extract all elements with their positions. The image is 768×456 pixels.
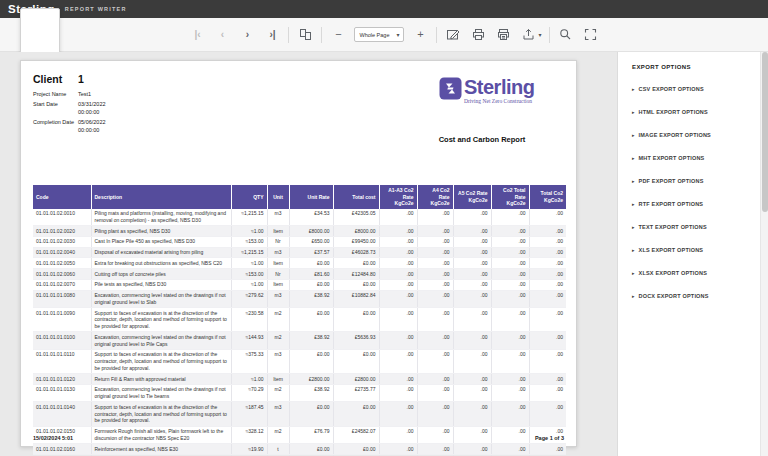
table-cell: 01.01.01.01.0120 [33, 374, 91, 385]
export-option-pdf[interactable]: ▸PDF EXPORT OPTIONS [632, 178, 754, 184]
table-cell: £8000.00 [289, 226, 333, 237]
report-page-number: Page 1 of 3 [535, 435, 564, 441]
table-row: 01.01.01.02.0060Cutting off tops of conc… [33, 269, 566, 280]
export-option-csv[interactable]: ▸CSV EXPORT OPTIONS [632, 86, 754, 92]
fullscreen-button[interactable] [582, 26, 600, 44]
sidebar-scrollbar-thumb[interactable] [762, 52, 768, 212]
table-cell: .00 [379, 349, 417, 373]
previous-page-button[interactable]: ‹ [213, 26, 231, 44]
report-generated-datetime: 15/02/2024 5:01 [33, 435, 73, 441]
table-row: 01.01.01.02.0070Pile tests as specified,… [33, 279, 566, 290]
table-cell: £0.00 [333, 444, 379, 455]
table-cell: ≈144.93 [231, 332, 267, 350]
field-start-date: Start Date 03/31/2022 00:00:00 [33, 101, 106, 116]
first-page-button[interactable]: |‹ [188, 26, 206, 44]
export-option-label: HTML EXPORT OPTIONS [639, 109, 708, 115]
export-option-xls[interactable]: ▸XLS EXPORT OPTIONS [632, 247, 754, 253]
table-cell: .00 [529, 236, 566, 247]
zoom-mode-value: Whole Page [359, 32, 389, 38]
sidebar-scrollbar[interactable] [760, 52, 768, 456]
design-button[interactable] [444, 26, 462, 44]
table-cell: ≈153.00 [231, 236, 267, 247]
table-cell: .00 [491, 444, 529, 455]
export-option-label: XLS EXPORT OPTIONS [639, 247, 704, 253]
table-cell: m3 [267, 290, 289, 308]
table-cell: .00 [453, 209, 491, 226]
table-cell: .00 [379, 279, 417, 290]
export-option-image[interactable]: ▸IMAGE EXPORT OPTIONS [632, 132, 754, 138]
export-option-html[interactable]: ▸HTML EXPORT OPTIONS [632, 109, 754, 115]
table-cell: .00 [491, 308, 529, 332]
product-name: REPORT WRITER [65, 6, 127, 12]
expand-arrow-icon: ▸ [632, 178, 635, 184]
client-label: Client [33, 73, 78, 85]
multi-page-view-button[interactable] [296, 26, 314, 44]
zoom-in-button[interactable]: + [411, 26, 429, 44]
table-cell: Item [267, 258, 289, 269]
first-page-icon: |‹ [194, 30, 200, 40]
document-viewer: Client 1 Project Name Test1 Start Date 0… [0, 52, 617, 456]
sterling-logo-icon [439, 77, 462, 100]
column-header: Code [33, 185, 91, 209]
table-cell: 01.01.01.02.0020 [33, 226, 91, 237]
export-option-label: RTF EXPORT OPTIONS [639, 201, 704, 207]
table-cell: m3 [267, 349, 289, 373]
table-cell: .00 [529, 308, 566, 332]
zoom-mode-selector[interactable]: Whole Page ▾ [354, 27, 404, 42]
table-cell: 01.01.01.02.0040 [33, 247, 91, 258]
export-option-mht[interactable]: ▸MHT EXPORT OPTIONS [632, 155, 754, 161]
table-cell: £38.92 [289, 384, 333, 402]
table-row: 01.01.01.02.0030Cast In Place Pile 450 a… [33, 236, 566, 247]
table-cell: 01.01.01.02.0050 [33, 258, 91, 269]
table-cell: Support to faces of excavation is at the… [91, 308, 231, 332]
last-page-button[interactable]: ›| [263, 26, 281, 44]
table-cell: .00 [453, 279, 491, 290]
table-row: 01.01.01.02.0020Piling plant as specifie… [33, 226, 566, 237]
expand-arrow-icon: ▸ [632, 132, 635, 138]
table-cell: .00 [491, 290, 529, 308]
table-row: 01.01.01.01.0100Excavation, commencing l… [33, 332, 566, 350]
table-cell: .00 [453, 226, 491, 237]
export-menu-caret[interactable]: ▾ [538, 31, 541, 38]
expand-arrow-icon: ▸ [632, 293, 635, 299]
export-button-group: ▾ [519, 26, 541, 44]
table-cell: £0.00 [289, 402, 333, 426]
table-cell: .00 [379, 209, 417, 226]
table-cell: .00 [379, 269, 417, 280]
export-option-text[interactable]: ▸TEXT EXPORT OPTIONS [632, 224, 754, 230]
cost-table-body: 01.01.01.02.0010Piling mats and platform… [33, 209, 566, 456]
expand-arrow-icon: ▸ [632, 247, 635, 253]
next-page-button[interactable]: › [238, 26, 256, 44]
zoom-out-button[interactable]: − [329, 26, 347, 44]
table-cell: 01.01.01.01.0080 [33, 290, 91, 308]
table-cell: Return Fill & Ram with approved material [91, 374, 231, 385]
field-completion-date: Completion Date 05/06/2022 00:00:00 [33, 119, 106, 134]
print-button[interactable] [469, 26, 487, 44]
column-header: Description [91, 185, 231, 209]
search-icon [559, 28, 572, 41]
table-cell: .00 [529, 279, 566, 290]
export-option-xlsx[interactable]: ▸XLSX EXPORT OPTIONS [632, 270, 754, 276]
table-cell: .00 [417, 349, 453, 373]
table-cell: .00 [379, 402, 417, 426]
export-option-docx[interactable]: ▸DOCX EXPORT OPTIONS [632, 293, 754, 299]
search-button[interactable] [557, 26, 575, 44]
table-cell: £38.92 [289, 290, 333, 308]
next-page-icon: › [246, 30, 249, 40]
table-row: 01.01.01.01.0140Support to faces of exca… [33, 402, 566, 426]
table-cell: ≈1.00 [231, 258, 267, 269]
table-cell: £12484.80 [333, 269, 379, 280]
print-page-button[interactable] [494, 26, 512, 44]
table-cell: £81.60 [289, 269, 333, 280]
table-cell: ≈230.58 [231, 308, 267, 332]
field-value: 05/06/2022 00:00:00 [78, 119, 106, 134]
table-cell: £5636.93 [333, 332, 379, 350]
field-label: Project Name [33, 91, 78, 98]
export-option-label: XLSX EXPORT OPTIONS [639, 270, 708, 276]
export-option-rtf[interactable]: ▸RTF EXPORT OPTIONS [632, 201, 754, 207]
table-cell: ≈187.45 [231, 402, 267, 426]
table-cell: .00 [379, 226, 417, 237]
export-button[interactable] [519, 26, 537, 44]
table-cell: Cast In Place Pile 450 as specified, NBS… [91, 236, 231, 247]
table-cell: .00 [417, 308, 453, 332]
